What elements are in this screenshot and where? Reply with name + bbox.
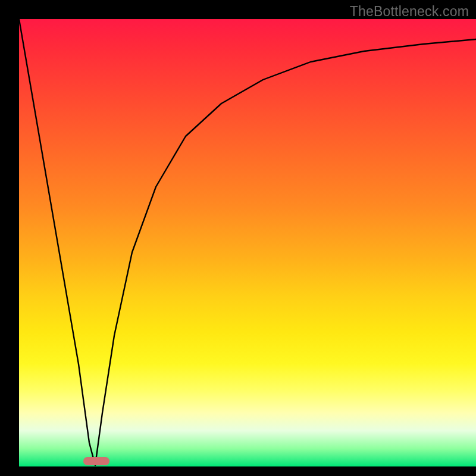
watermark-text: TheBottleneck.com bbox=[350, 4, 469, 20]
bottleneck-curve bbox=[19, 19, 476, 466]
chart-frame: TheBottleneck.com bbox=[0, 0, 476, 476]
minimum-marker bbox=[83, 457, 109, 465]
plot-area bbox=[19, 19, 476, 466]
